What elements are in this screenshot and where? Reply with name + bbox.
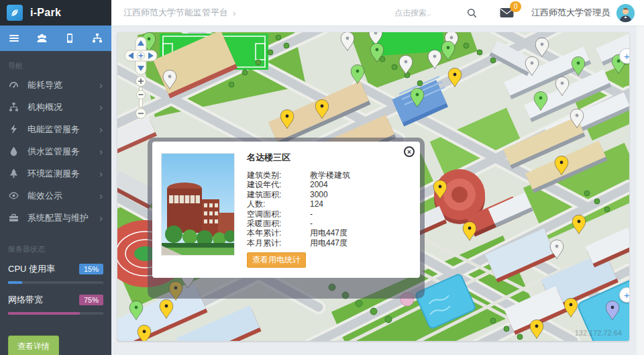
scrollbar-track (637, 0, 644, 355)
field-label: 本年累计: (247, 228, 310, 238)
field-label: 本月累计: (247, 238, 310, 248)
user-avatar[interactable] (616, 4, 635, 22)
field-label: 采暖面积: (247, 219, 310, 228)
field-value: 2004 (310, 180, 328, 189)
nav-item-label: 能效公示 (28, 190, 62, 202)
app-title: i-Park (30, 7, 61, 19)
field-label: 建筑面积: (247, 190, 310, 199)
server-status-title: 服务器状态 (8, 244, 103, 254)
sidebar-nav: 能耗导览 › 机构概况 › 电能监管服务 › 供水监管服务 › 环境监测服务 ›… (0, 74, 111, 229)
chevron-right-icon: › (99, 147, 103, 156)
gauge-icon (9, 80, 20, 90)
breadcrumb-chevron-icon: › (233, 8, 235, 18)
cpu-progress-bar (8, 281, 103, 284)
nav-item-label: 供水监管服务 (28, 146, 80, 158)
field-label: 建设年代: (247, 180, 310, 189)
bolt-icon (9, 124, 20, 134)
field-label: 建筑类别: (247, 170, 310, 180)
sitemap-icon[interactable] (84, 26, 112, 51)
sitemap-icon (9, 102, 20, 112)
logo-bar: i-Park (0, 0, 111, 26)
chevron-right-icon: › (99, 191, 103, 201)
field-value: - (310, 219, 313, 228)
field-label: 空调面积: (247, 209, 310, 219)
nav-item-water[interactable]: 供水监管服务 › (0, 140, 111, 162)
leaf-logo-icon (7, 5, 23, 21)
username: 江西师范大学管理员 (531, 7, 610, 19)
building-info-card: × (152, 142, 420, 278)
droplet-icon (9, 146, 20, 156)
page: { "app": { "logo_text": "i-Park" }, "gly… (0, 0, 644, 355)
nav-item-efficiency[interactable]: 能效公示 › (0, 185, 111, 207)
building-photo (161, 153, 235, 256)
campus-map[interactable]: 132.172.72.64 + + × (117, 32, 629, 341)
view-electricity-stats-button[interactable]: 查看用电统计 (247, 252, 306, 268)
building-name: 名达楼三区 (247, 152, 415, 164)
menu-icon[interactable] (0, 26, 28, 51)
cpu-usage-label: CPU 使用率 (8, 263, 55, 275)
toolbox-icon (9, 213, 20, 223)
nav-item-system-config[interactable]: 系统配置与维护 › (0, 207, 111, 229)
bandwidth-progress-bar (8, 312, 103, 315)
field-value: 124 (310, 199, 323, 209)
cpu-usage-badge: 15% (79, 264, 103, 274)
field-value: 用电447度 (310, 238, 347, 248)
nav-item-energy-overview[interactable]: 能耗导览 › (0, 74, 111, 96)
nav-item-label: 环境监测服务 (28, 168, 80, 180)
chevron-right-icon: › (99, 213, 103, 223)
notification-count-badge: 0 (510, 1, 521, 12)
map-watermark: 132.172.72.64 (575, 329, 622, 337)
nav-item-label: 能耗导览 (28, 79, 62, 91)
tree-icon (9, 168, 20, 179)
building-info-popup: × (148, 138, 425, 299)
chevron-right-icon: › (99, 103, 103, 112)
sidebar-toolbar (0, 26, 111, 51)
field-value: 用电447度 (310, 228, 347, 238)
bandwidth-label: 网络带宽 (8, 294, 43, 306)
nav-item-label: 电能监管服务 (28, 123, 80, 136)
nav-section-label: 导航 (0, 51, 111, 74)
field-value: 3000 (310, 190, 328, 199)
field-value: - (310, 209, 313, 219)
chevron-right-icon: › (99, 125, 103, 134)
topbar: 江西师范大学节能监管平台 › 0 江西师范大学管理员 (111, 0, 644, 26)
notifications-button[interactable]: 0 (500, 7, 514, 18)
breadcrumb: 江西师范大学节能监管平台 (123, 7, 228, 19)
nav-item-organization[interactable]: 机构概况 › (0, 96, 111, 118)
users-icon[interactable] (28, 26, 56, 51)
sidebar: i-Park 导航 能耗导览 › 机构概况 › 电能监管服务 › (0, 0, 111, 355)
nav-item-environment[interactable]: 环境监测服务 › (0, 162, 111, 185)
nav-item-label: 系统配置与维护 (28, 212, 89, 224)
eye-icon (9, 191, 20, 201)
field-value: 教学楼建筑 (310, 170, 350, 180)
cpu-progress-fill (8, 281, 22, 284)
search-icon[interactable] (467, 8, 477, 18)
bandwidth-progress-fill (8, 312, 80, 315)
map-navigation-control[interactable] (123, 36, 158, 120)
view-details-button[interactable]: 查看详情 (8, 336, 59, 355)
building-info: 名达楼三区 建筑类别:教学楼建筑 建设年代:2004 建筑面积:3000 人数:… (247, 152, 415, 268)
chevron-right-icon: › (99, 169, 103, 179)
nav-item-label: 机构概况 (28, 101, 62, 113)
server-status-panel: 服务器状态 CPU 使用率 15% 网络带宽 75% 查看详情 (0, 244, 111, 355)
nav-item-electricity[interactable]: 电能监管服务 › (0, 118, 111, 140)
chevron-right-icon: › (99, 81, 103, 90)
device-icon[interactable] (56, 26, 84, 51)
bandwidth-badge: 75% (79, 295, 103, 305)
field-label: 人数: (247, 199, 310, 209)
search-input[interactable] (394, 8, 460, 17)
